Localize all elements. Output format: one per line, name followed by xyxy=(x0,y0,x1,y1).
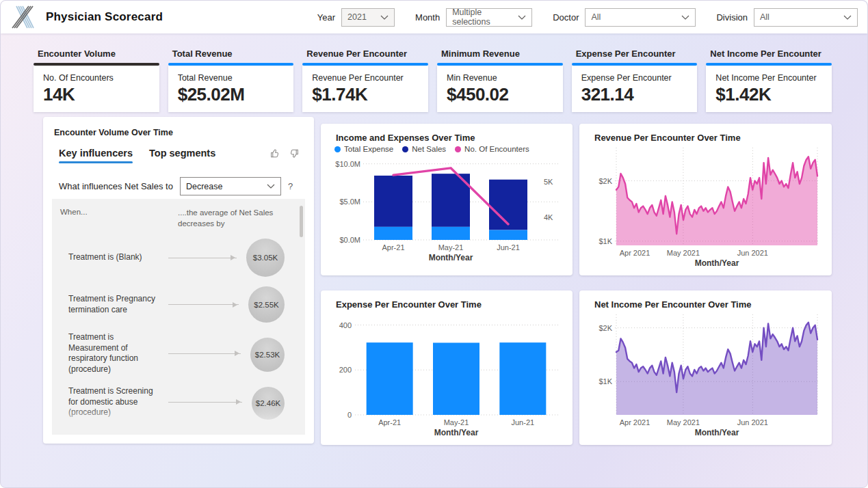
svg-text:$5.0M: $5.0M xyxy=(339,198,360,206)
influence-direction-dropdown[interactable]: Decrease xyxy=(180,177,281,195)
year-dropdown-value: 2021 xyxy=(347,12,367,22)
influencers-list-header: When... ....the average of Net Sales dec… xyxy=(60,208,294,229)
kpi-value: $1.42K xyxy=(715,84,822,105)
chevron-down-icon xyxy=(681,15,689,20)
svg-text:$1K: $1K xyxy=(599,237,612,245)
svg-text:Jun-21: Jun-21 xyxy=(497,243,520,252)
page-title: Physician Scorecard xyxy=(46,10,163,24)
kpi-card: Revenue Per Encounter $1.74K xyxy=(302,66,428,112)
filter-year: Year 2021 xyxy=(317,8,395,27)
svg-text:$10.0M: $10.0M xyxy=(335,160,360,168)
legend-label: Net Sales xyxy=(412,145,446,153)
kpi-value: 321.14 xyxy=(581,84,688,105)
col-effect-label: ....the average of Net Sales decreases b… xyxy=(178,208,294,229)
svg-text:Jun 2021: Jun 2021 xyxy=(737,249,768,257)
help-button[interactable]: ? xyxy=(288,181,293,191)
influencer-value-bubble[interactable] xyxy=(253,431,285,435)
arrow-right-icon xyxy=(168,402,242,403)
chart-title: Expense Per Encounter Over Time xyxy=(336,299,562,310)
kpi-tab-minimum-revenue[interactable]: Minimum Revenue xyxy=(437,49,563,63)
month-dropdown-value: Multiple selections xyxy=(452,8,512,27)
svg-text:400: 400 xyxy=(339,321,352,329)
filter-doctor: Doctor All xyxy=(553,8,696,27)
app-header: Physician Scorecard Year 2021 Month Mult… xyxy=(1,1,867,33)
kpi-label: No. Of Encounters xyxy=(43,73,150,83)
chart-legend: Total Expense Net Sales No. Of Encounter… xyxy=(334,145,562,153)
income-expenses-chart: $10.0M$5.0M$0.0M5K4KApr-21May-21Jun-21Mo… xyxy=(332,154,562,263)
filter-bar: Year 2021 Month Multiple selections Doct… xyxy=(317,8,858,27)
svg-text:Month/Year: Month/Year xyxy=(695,428,739,437)
influencer-value-bubble[interactable]: $2.55K xyxy=(248,286,285,323)
tab-key-influencers[interactable]: Key influencers xyxy=(59,148,133,163)
filter-month-label: Month xyxy=(415,12,440,23)
legend-item: Net Sales xyxy=(402,145,446,153)
influencers-tabs: Key influencers Top segments xyxy=(59,148,305,163)
legend-dot xyxy=(455,146,461,152)
svg-text:Month/Year: Month/Year xyxy=(429,253,473,262)
kpi-value: $25.02M xyxy=(178,84,285,105)
svg-text:Month/Year: Month/Year xyxy=(434,428,479,437)
svg-text:Apr 2021: Apr 2021 xyxy=(620,249,650,257)
thumbs-up-icon[interactable] xyxy=(269,148,281,159)
chart-title: Income and Expenses Over Time xyxy=(336,133,562,143)
svg-text:$2K: $2K xyxy=(599,324,612,332)
svg-text:Apr-21: Apr-21 xyxy=(382,243,404,252)
kpi-card: Total Revenue $25.02M xyxy=(168,66,294,112)
brand-logo-icon xyxy=(10,5,35,29)
thumbs-down-icon[interactable] xyxy=(288,148,300,159)
influencer-value-bubble[interactable]: $2.46K xyxy=(252,387,285,420)
kpi-label: Revenue Per Encounter xyxy=(312,73,419,83)
influencer-value-bubble[interactable]: $2.53K xyxy=(250,338,285,372)
chart-title: Revenue Per Encounter Over Time xyxy=(594,133,821,143)
key-influencers-panel: Encounter Volume Over Time Key influence… xyxy=(43,117,314,444)
kpi-revenue-per-encounter: Revenue Per Encounter Revenue Per Encoun… xyxy=(302,49,428,112)
kpi-value: 14K xyxy=(43,84,150,105)
influencer-question-row: What influences Net Sales to Decrease ? xyxy=(59,177,305,195)
net-income-per-encounter-chart-card: Net Income Per Encounter Over Time $2K$1… xyxy=(579,290,832,445)
tab-top-segments[interactable]: Top segments xyxy=(149,148,215,163)
kpi-card: Min Revenue $450.02 xyxy=(437,66,563,112)
svg-text:May-21: May-21 xyxy=(438,243,464,252)
svg-text:Month/Year: Month/Year xyxy=(695,258,739,268)
chevron-down-icon xyxy=(267,184,275,189)
influencers-panel-title: Encounter Volume Over Time xyxy=(54,128,305,137)
legend-dot xyxy=(334,146,341,152)
kpi-label: Expense Per Encounter xyxy=(581,73,688,83)
expense-per-encounter-chart-card: Expense Per Encounter Over Time 4002000A… xyxy=(321,290,573,445)
kpi-tab-total-revenue[interactable]: Total Revenue xyxy=(168,49,294,63)
chevron-down-icon xyxy=(380,15,389,20)
scrollbar-thumb[interactable] xyxy=(300,206,303,237)
filter-division: Division All xyxy=(716,8,858,27)
influencer-row: Treatment is Depression xyxy=(60,431,294,435)
svg-text:May-21: May-21 xyxy=(444,418,469,426)
influencer-row: Treatment is (Blank) $3.05K xyxy=(60,239,294,277)
expense-per-encounter-chart: 4002000Apr-21May-21Jun-21Month/Year xyxy=(332,311,562,438)
kpi-tab-expense-per-encounter[interactable]: Expense Per Encounter xyxy=(572,49,698,63)
kpi-label: Min Revenue xyxy=(447,73,553,83)
month-dropdown[interactable]: Multiple selections xyxy=(446,8,532,27)
kpi-net-income-per-encounter: Net Income Per Encounter Net Income Per … xyxy=(706,49,832,112)
feedback-buttons xyxy=(269,148,300,159)
influence-direction-value: Decrease xyxy=(186,182,223,191)
revenue-per-encounter-chart: $2K$1KApr 2021May 2021Jun 2021Month/Year xyxy=(590,144,821,269)
influencer-text: Treatment is Screening for domestic abus… xyxy=(60,386,164,418)
filter-division-label: Division xyxy=(716,12,748,23)
dashboard-canvas: Physician Scorecard Year 2021 Month Mult… xyxy=(0,0,868,488)
svg-text:Jun-21: Jun-21 xyxy=(512,418,535,426)
kpi-tab-encounter-volume[interactable]: Encounter Volume xyxy=(34,49,159,63)
kpi-tab-revenue-per-encounter[interactable]: Revenue Per Encounter xyxy=(302,49,428,63)
influencers-list: When... ....the average of Net Sales dec… xyxy=(52,199,305,435)
kpi-minimum-revenue: Minimum Revenue Min Revenue $450.02 xyxy=(437,49,563,112)
doctor-dropdown[interactable]: All xyxy=(585,8,696,27)
kpi-card: No. Of Encounters 14K xyxy=(34,66,159,112)
svg-text:May 2021: May 2021 xyxy=(667,249,700,257)
income-expenses-chart-card: Income and Expenses Over Time Total Expe… xyxy=(321,124,573,275)
kpi-tab-net-income-per-encounter[interactable]: Net Income Per Encounter xyxy=(706,49,832,63)
year-dropdown[interactable]: 2021 xyxy=(341,8,395,27)
influencer-row: Treatment is Pregnancy termination care … xyxy=(60,286,294,323)
chart-title: Net Income Per Encounter Over Time xyxy=(594,299,821,310)
legend-dot xyxy=(402,146,408,152)
filter-doctor-label: Doctor xyxy=(553,12,579,23)
influencer-value-bubble[interactable]: $3.05K xyxy=(246,239,285,277)
division-dropdown[interactable]: All xyxy=(754,8,858,27)
